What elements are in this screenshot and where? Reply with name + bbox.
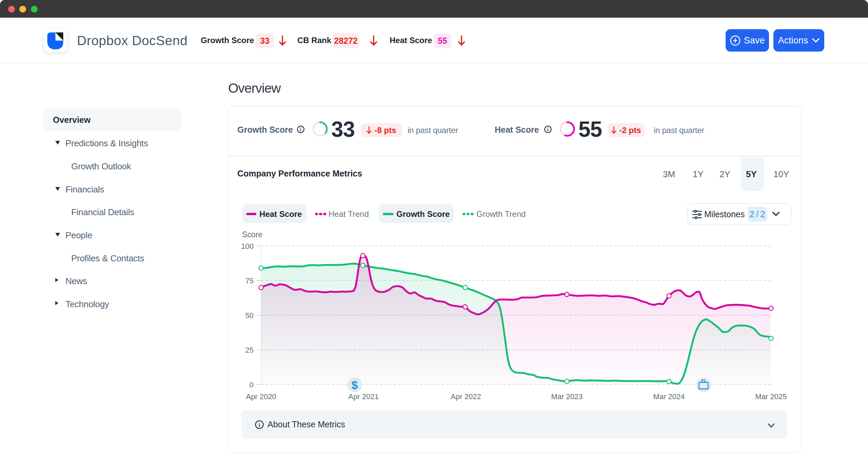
svg-text:Mar 2025: Mar 2025 [755,392,787,401]
svg-text:75: 75 [245,277,254,285]
svg-text:$: $ [352,378,358,391]
svg-text:0: 0 [250,380,254,389]
svg-text:100: 100 [241,242,254,250]
svg-text:Mar 2024: Mar 2024 [653,392,685,401]
svg-text:25: 25 [245,346,254,354]
svg-text:Apr 2020: Apr 2020 [246,392,276,401]
svg-text:Apr 2022: Apr 2022 [451,392,481,401]
svg-text:Apr 2021: Apr 2021 [348,392,378,401]
svg-text:Mar 2023: Mar 2023 [551,392,583,401]
svg-text:50: 50 [245,311,254,320]
